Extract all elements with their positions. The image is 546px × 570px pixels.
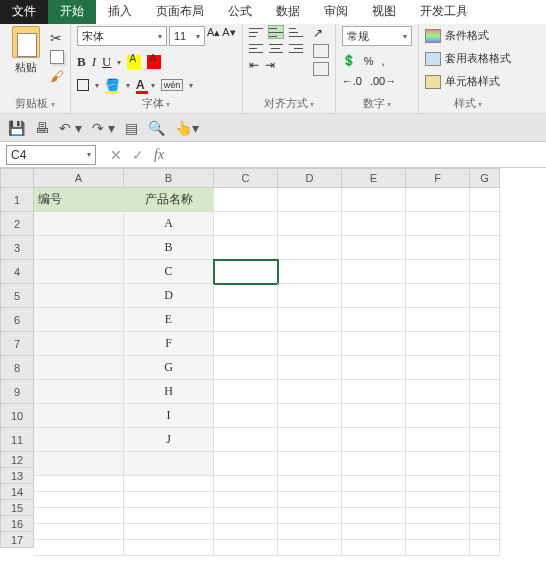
cell[interactable]	[124, 524, 214, 540]
row-header[interactable]: 5	[0, 284, 34, 308]
border-button[interactable]	[77, 79, 89, 91]
cell[interactable]	[278, 260, 342, 284]
cell[interactable]	[214, 476, 278, 492]
comma-button[interactable]: ,	[381, 55, 384, 67]
cell[interactable]	[278, 508, 342, 524]
cell[interactable]: E	[124, 308, 214, 332]
qat-properties-icon[interactable]: ▤	[125, 120, 138, 136]
cell[interactable]	[342, 332, 406, 356]
row-header[interactable]: 12	[0, 452, 34, 468]
cell[interactable]	[214, 428, 278, 452]
cell[interactable]: H	[124, 380, 214, 404]
tab-file[interactable]: 文件	[0, 0, 48, 24]
cell[interactable]	[342, 508, 406, 524]
formula-input[interactable]	[172, 145, 546, 165]
cell[interactable]	[34, 428, 124, 452]
cell[interactable]	[470, 332, 500, 356]
cell[interactable]	[406, 260, 470, 284]
cell[interactable]: J	[124, 428, 214, 452]
col-header[interactable]: C	[214, 168, 278, 188]
tab-formula[interactable]: 公式	[216, 0, 264, 24]
cell[interactable]	[124, 492, 214, 508]
phonetic-a-icon[interactable]	[127, 55, 141, 69]
cell[interactable]	[124, 540, 214, 556]
cell[interactable]	[214, 260, 278, 284]
cell[interactable]: I	[124, 404, 214, 428]
col-header[interactable]: E	[342, 168, 406, 188]
cell[interactable]	[406, 380, 470, 404]
cell[interactable]	[214, 380, 278, 404]
cell[interactable]	[406, 476, 470, 492]
cell[interactable]: C	[124, 260, 214, 284]
cell[interactable]	[214, 508, 278, 524]
row-header[interactable]: 15	[0, 500, 34, 516]
decrease-indent-icon[interactable]: ⇤	[249, 58, 259, 72]
row-header[interactable]: 9	[0, 380, 34, 404]
cell[interactable]	[342, 540, 406, 556]
cell[interactable]	[470, 260, 500, 284]
cell[interactable]	[278, 540, 342, 556]
cell[interactable]	[406, 236, 470, 260]
row-header[interactable]: 7	[0, 332, 34, 356]
cell[interactable]	[470, 380, 500, 404]
col-header[interactable]: B	[124, 168, 214, 188]
cell[interactable]	[214, 188, 278, 212]
decrease-font-icon[interactable]: A▾	[222, 26, 235, 46]
fx-icon[interactable]: fx	[154, 147, 164, 163]
save-icon[interactable]: 💾	[8, 120, 25, 136]
cell[interactable]	[278, 524, 342, 540]
format-as-table-button[interactable]: 套用表格格式	[425, 51, 511, 66]
font-name-select[interactable]: 宋体▾	[77, 26, 167, 46]
cell[interactable]	[406, 508, 470, 524]
pinyin-button[interactable]: wén	[161, 79, 184, 91]
cell[interactable]	[342, 428, 406, 452]
cell[interactable]	[470, 404, 500, 428]
align-right-icon[interactable]	[289, 42, 303, 54]
cell[interactable]	[34, 508, 124, 524]
cell[interactable]	[214, 452, 278, 476]
col-header[interactable]: G	[470, 168, 500, 188]
redo-icon[interactable]: ↷ ▾	[92, 120, 115, 136]
cell[interactable]	[124, 476, 214, 492]
cell[interactable]	[278, 284, 342, 308]
decrease-decimal-button[interactable]: .00→	[370, 75, 396, 87]
cell[interactable]	[406, 492, 470, 508]
increase-indent-icon[interactable]: ⇥	[265, 58, 275, 72]
cell[interactable]	[214, 284, 278, 308]
underline-button[interactable]: U	[102, 54, 111, 70]
col-header[interactable]: D	[278, 168, 342, 188]
cell[interactable]	[342, 308, 406, 332]
cell[interactable]	[470, 356, 500, 380]
cell[interactable]	[406, 332, 470, 356]
cell[interactable]	[470, 308, 500, 332]
increase-font-icon[interactable]: A▴	[207, 26, 220, 46]
cell[interactable]	[470, 188, 500, 212]
cell[interactable]: F	[124, 332, 214, 356]
cell[interactable]	[278, 428, 342, 452]
row-header[interactable]: 16	[0, 516, 34, 532]
cell[interactable]	[278, 212, 342, 236]
cell[interactable]	[214, 332, 278, 356]
cell[interactable]	[470, 508, 500, 524]
col-header[interactable]: A	[34, 168, 124, 188]
paste-button[interactable]: 粘贴	[6, 26, 46, 75]
cell[interactable]	[214, 236, 278, 260]
row-header[interactable]: 1	[0, 188, 34, 212]
cell[interactable]	[278, 188, 342, 212]
cell[interactable]	[34, 284, 124, 308]
select-all-corner[interactable]	[0, 168, 34, 188]
cell[interactable]	[214, 212, 278, 236]
cell[interactable]	[34, 380, 124, 404]
cell[interactable]	[470, 524, 500, 540]
cell[interactable]: 编号	[34, 188, 124, 212]
cell[interactable]	[470, 284, 500, 308]
cell[interactable]	[342, 524, 406, 540]
copy-icon[interactable]	[50, 50, 64, 64]
cell[interactable]	[278, 476, 342, 492]
cell[interactable]	[470, 428, 500, 452]
cell[interactable]	[278, 308, 342, 332]
cell[interactable]	[214, 540, 278, 556]
cell[interactable]	[342, 404, 406, 428]
col-header[interactable]: F	[406, 168, 470, 188]
cell[interactable]	[342, 452, 406, 476]
